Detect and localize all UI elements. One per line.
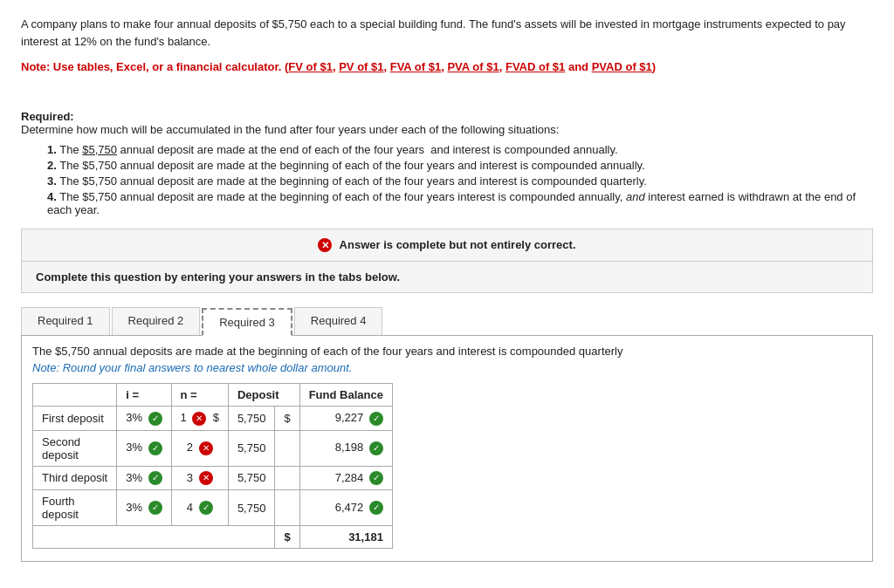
tab-note: Note: Round your final answers to neares…: [32, 361, 862, 374]
balance-correct-icon: ✓: [369, 471, 383, 485]
pv-link[interactable]: PV of $1: [339, 60, 383, 73]
col-header-n: n =: [171, 384, 228, 407]
complete-banner: Complete this question by entering your …: [21, 262, 873, 293]
i-value: 3% ✓: [117, 466, 171, 490]
data-table: i = n = Deposit Fund Balance First depos…: [32, 383, 393, 549]
total-dollar: $: [275, 526, 299, 549]
n-value: 3 ✕: [171, 466, 228, 490]
fvad-link[interactable]: FVAD of $1: [505, 60, 565, 73]
tab-content: The $5,750 annual deposits are made at t…: [21, 336, 873, 562]
intro-paragraph: A company plans to make four annual depo…: [21, 16, 873, 50]
col-header-i: i =: [117, 384, 171, 407]
balance-correct-icon: ✓: [369, 441, 383, 455]
balance-value: 9,227 ✓: [299, 407, 392, 431]
balance-dollar: $: [275, 407, 299, 431]
list-item: 2. The $5,750 annual deposit are made at…: [47, 159, 873, 172]
i-value: 3% ✓: [117, 430, 171, 466]
fva-link[interactable]: FVA of $1: [390, 60, 442, 73]
deposit-value: 5,750: [228, 407, 275, 431]
pva-link[interactable]: PVA of $1: [447, 60, 499, 73]
intro-text: A company plans to make four annual depo…: [21, 17, 846, 48]
balance-value: 7,284 ✓: [299, 466, 392, 490]
total-value: 31,181: [299, 526, 392, 549]
table-row: First deposit 3% ✓ 1 ✕ $ 5,750 $ 9,227 ✓: [33, 407, 393, 431]
answer-banner-text: Answer is complete but not entirely corr…: [340, 238, 576, 251]
tabs-row: Required 1 Required 2 Required 3 Require…: [21, 307, 873, 336]
row-label: Third deposit: [33, 466, 117, 490]
tab-description: The $5,750 annual deposits are made at t…: [32, 345, 862, 358]
i-value: 3% ✓: [117, 490, 171, 526]
list-item: 4. The $5,750 annual deposit are made at…: [47, 190, 873, 216]
deposit-value: 5,750: [228, 466, 275, 490]
col-header-deposit: Deposit: [228, 384, 299, 407]
i-value: 3% ✓: [117, 407, 171, 431]
table-row: Seconddeposit 3% ✓ 2 ✕ 5,750 8,198 ✓: [33, 430, 393, 466]
row-label: Fourthdeposit: [33, 490, 117, 526]
balance-value: 8,198 ✓: [299, 430, 392, 466]
i-correct-icon: ✓: [148, 441, 162, 455]
balance-value: 6,472 ✓: [299, 490, 392, 526]
table-row: Fourthdeposit 3% ✓ 4 ✓ 5,750 6,472 ✓: [33, 490, 393, 526]
note-label: Note: Use tables, Excel, or a financial …: [21, 60, 281, 73]
list-item: 1. The $5,750 annual deposit are made at…: [47, 143, 873, 156]
row-label: Seconddeposit: [33, 430, 117, 466]
n-incorrect-icon: ✕: [192, 412, 206, 426]
numbered-list: 1. The $5,750 annual deposit are made at…: [47, 143, 873, 216]
determine-text: Determine how much will be accumulated i…: [21, 123, 873, 136]
n-value: 1 ✕ $: [171, 407, 228, 431]
answer-banner: ✕ Answer is complete but not entirely co…: [21, 229, 873, 263]
note-links: (FV of $1, PV of $1, FVA of $1, PVA of $…: [285, 60, 656, 73]
deposit-value: 5,750: [228, 490, 275, 526]
i-correct-icon: ✓: [148, 471, 162, 485]
tab-required-3[interactable]: Required 3: [202, 308, 292, 336]
list-item: 3. The $5,750 annual deposit are made at…: [47, 174, 873, 188]
n-value: 2 ✕: [171, 430, 228, 466]
i-correct-icon: ✓: [148, 412, 162, 426]
tab-required-2[interactable]: Required 2: [112, 307, 201, 335]
complete-banner-text: Complete this question by entering your …: [36, 270, 400, 284]
n-incorrect-icon: ✕: [199, 441, 213, 455]
n-incorrect-icon: ✕: [199, 471, 213, 485]
n-correct-icon: ✓: [199, 501, 213, 515]
col-header-label: [33, 384, 117, 407]
balance-correct-icon: ✓: [369, 412, 383, 426]
x-icon: ✕: [318, 238, 332, 252]
required-label: Required:: [21, 110, 873, 123]
tab-required-1[interactable]: Required 1: [21, 307, 110, 335]
i-correct-icon: ✓: [148, 501, 162, 515]
col-header-balance: Fund Balance: [299, 384, 392, 407]
fv-link[interactable]: FV of $1: [288, 60, 333, 73]
n-value: 4 ✓: [171, 490, 228, 526]
note-line: Note: Use tables, Excel, or a financial …: [21, 58, 873, 76]
total-row: $ 31,181: [33, 526, 393, 549]
table-row: Third deposit 3% ✓ 3 ✕ 5,750 7,284 ✓: [33, 466, 393, 490]
balance-correct-icon: ✓: [369, 501, 383, 515]
row-label: First deposit: [33, 407, 117, 431]
tab-required-4[interactable]: Required 4: [294, 307, 383, 335]
deposit-value: 5,750: [228, 430, 275, 466]
pvad-link[interactable]: PVAD of $1: [592, 60, 652, 73]
